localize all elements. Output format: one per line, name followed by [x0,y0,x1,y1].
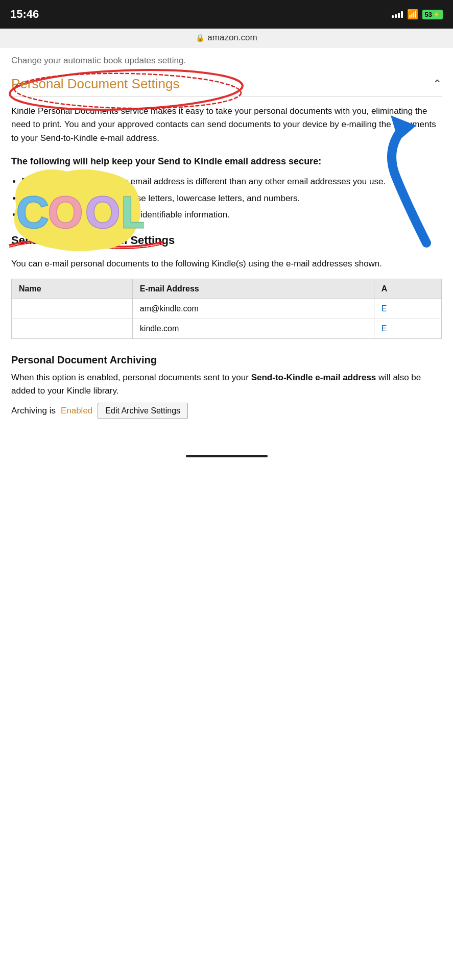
section-divider [11,96,442,96]
section-title: Personal Document Settings [11,76,180,92]
address-bar[interactable]: 🔒 amazon.com [0,29,453,47]
security-heading: The following will help keep your Send t… [11,155,442,168]
wifi-icon: 📶 [407,9,418,20]
status-bar: 15:46 📶 53 ⚡ [0,0,453,29]
home-bar [186,455,268,457]
personal-document-section: Personal Document Settings ⌃ [11,76,442,92]
table-cell-action-1: E [374,299,441,318]
page-subtitle: Change your automatic book updates setti… [11,56,442,66]
url-display: amazon.com [207,33,257,43]
table-cell-name-2 [12,318,133,338]
page-content: Change your automatic book updates setti… [0,47,453,439]
edit-link-2[interactable]: E [382,324,387,333]
table-cell-email-2: kindle.com [132,318,374,338]
table-row: kindle.com E [12,318,442,338]
edit-archive-settings-button[interactable]: Edit Archive Settings [98,403,188,419]
bullet-3: Avoid including any personally identifia… [21,208,442,222]
table-header-email: E-mail Address [132,279,374,299]
bullet-2: Use a combination of uppercase letters, … [21,192,442,205]
table-cell-email-1: am@kindle.com [132,299,374,318]
subsection-title: Send-to-Kindle E-Mail Settings [11,234,175,247]
edit-link-1[interactable]: E [382,304,387,313]
subsection-header: Send-to-Kindle E-Mail Settings [11,234,175,247]
table-cell-action-2: E [374,318,441,338]
status-icons: 📶 53 ⚡ [392,9,443,20]
section-body-text: Kindle Personal Documents service makes … [11,105,442,145]
battery-icon: 53 ⚡ [422,10,443,19]
section-header: Personal Document Settings ⌃ [11,76,442,92]
archiving-status-label: Archiving is [11,406,56,416]
archiving-heading: Personal Document Archiving [11,354,442,366]
lock-icon: 🔒 [196,34,204,42]
send-to-kindle-section: Send-to-Kindle E-Mail Settings You can e… [11,234,442,339]
table-header-name: Name [12,279,133,299]
signal-icon [392,11,403,18]
table-cell-name-1 [12,299,133,318]
archiving-status-row: Archiving is Enabled Edit Archive Settin… [11,403,442,419]
security-bullets: Ensure your Send-to-Kindle email address… [21,175,442,222]
home-indicator [0,450,453,465]
battery-bolt-icon: ⚡ [433,11,440,18]
table-header-action: A [374,279,441,299]
archiving-status-value: Enabled [61,406,92,416]
battery-level: 53 [425,11,432,18]
subsection-desc: You can e-mail personal documents to the… [11,257,442,271]
bullet-1: Ensure your Send-to-Kindle email address… [21,175,442,188]
status-time: 15:46 [10,8,39,21]
email-table: Name E-mail Address A am@kindle.com E ki… [11,279,442,339]
archiving-desc: When this option is enabled, personal do… [11,371,442,398]
chevron-up-icon[interactable]: ⌃ [433,78,442,91]
archiving-section: Personal Document Archiving When this op… [11,354,442,420]
table-row: am@kindle.com E [12,299,442,318]
